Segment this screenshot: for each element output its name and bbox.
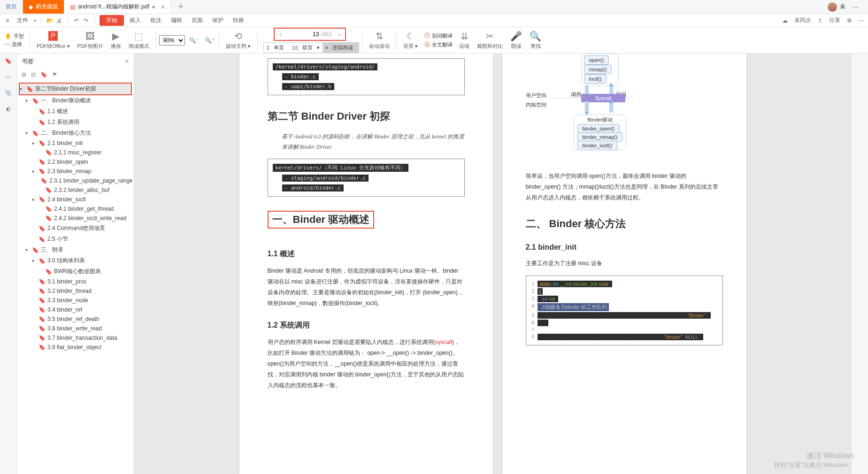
more-icon[interactable]: ⋯ xyxy=(859,17,864,24)
share-icon[interactable]: ⇪ xyxy=(818,17,822,24)
tool-play[interactable]: ▶播放 xyxy=(107,27,125,53)
minimize-icon[interactable]: — xyxy=(853,4,859,10)
tool-pdf2img[interactable]: 🖼PDF转图片 xyxy=(74,27,107,53)
tool-crop[interactable]: ✂截图和对比 xyxy=(473,27,507,53)
cloud-icon[interactable]: ☁ xyxy=(782,17,788,24)
tool-background[interactable]: ☾背景 ▾ xyxy=(399,27,422,53)
tab-home[interactable]: 首页 xyxy=(0,0,23,14)
menu-page[interactable]: 页面 xyxy=(188,15,207,26)
tool-read[interactable]: 🎤朗读 xyxy=(507,27,526,53)
zoom-in-icon[interactable]: 🔍⁺ xyxy=(203,37,216,44)
tab-add[interactable]: + xyxy=(171,0,190,14)
pager: ‹ /452 › xyxy=(274,28,346,41)
page-prev-icon[interactable]: ‹ xyxy=(275,31,286,38)
menu-start[interactable]: 开始 xyxy=(100,15,124,26)
menu-edit[interactable]: 编辑 xyxy=(167,15,186,26)
user-label: 未 xyxy=(840,3,845,11)
tool-rotate[interactable]: ⟲旋转文档 ▾ xyxy=(222,27,254,53)
menu-bar: ≡ 文件▾ 📂 🖨 ↶ ↷ 开始 插入 批注 编辑 页面 保护 转换 ☁未同步 … xyxy=(0,14,868,27)
undo-icon[interactable]: ↶ xyxy=(73,17,80,24)
close-icon[interactable]: ✕ xyxy=(161,4,165,10)
tool-wordtrans[interactable]: Ⓣ划词翻译 xyxy=(424,32,453,40)
print-icon[interactable]: 🖨 xyxy=(55,17,63,24)
view-toggle: ▯ 单页 ▯▯ 双页 ▾ ≡ 连续阅读 xyxy=(263,42,360,53)
tool-fulltrans[interactable]: Ⓐ全文翻译 xyxy=(424,41,453,49)
view-continuous[interactable]: ≡ 连续阅读 xyxy=(323,43,359,53)
zoom-select[interactable]: 90% xyxy=(159,35,185,46)
tool-autoscroll[interactable]: ⇅自动滚动 xyxy=(365,27,393,53)
page-input[interactable] xyxy=(286,31,319,38)
menu-convert[interactable]: 转换 xyxy=(229,15,248,26)
hamburger-icon[interactable]: ≡ xyxy=(4,17,11,24)
avatar[interactable] xyxy=(828,2,837,12)
tool-select[interactable]: ▭选择 xyxy=(5,41,24,48)
tool-hand[interactable]: ✋手型 xyxy=(5,33,24,40)
view-double[interactable]: ▯▯ 双页 ▾ xyxy=(290,43,323,53)
tab-bar: 首页 ◆稻壳模板 ▤android fr...精编内核解析.pdf▾✕ + 未 … xyxy=(0,0,868,14)
tab-docer[interactable]: ◆稻壳模板 xyxy=(23,0,64,14)
tab-pdf[interactable]: ▤android fr...精编内核解析.pdf▾✕ xyxy=(64,0,171,14)
tool-compress[interactable]: ⇊压缩 xyxy=(455,27,473,53)
redo-icon[interactable]: ↷ xyxy=(82,17,90,24)
page-next-icon[interactable]: › xyxy=(334,31,345,38)
tool-pdf2office[interactable]: 🅿PDF转Office ▾ xyxy=(33,27,74,53)
zoom-out-icon[interactable]: 🔍⁻ xyxy=(188,37,200,44)
toolbar: ✋手型 ▭选择 🅿PDF转Office ▾ 🖼PDF转图片 ▶播放 ⬚阅读模式 … xyxy=(0,27,868,54)
gear-icon[interactable]: ⚙ xyxy=(847,17,852,24)
open-icon[interactable]: 📂 xyxy=(46,17,54,24)
tool-readmode[interactable]: ⬚阅读模式 xyxy=(125,27,153,53)
page-total: /452 xyxy=(319,31,333,38)
menu-insert[interactable]: 插入 xyxy=(126,15,145,26)
menu-review[interactable]: 批注 xyxy=(146,15,165,26)
menu-protect[interactable]: 保护 xyxy=(208,15,227,26)
menu-file[interactable]: 文件 xyxy=(13,15,32,26)
view-single[interactable]: ▯ 单页 xyxy=(264,43,290,53)
tool-find[interactable]: 🔍查找 xyxy=(526,27,545,53)
